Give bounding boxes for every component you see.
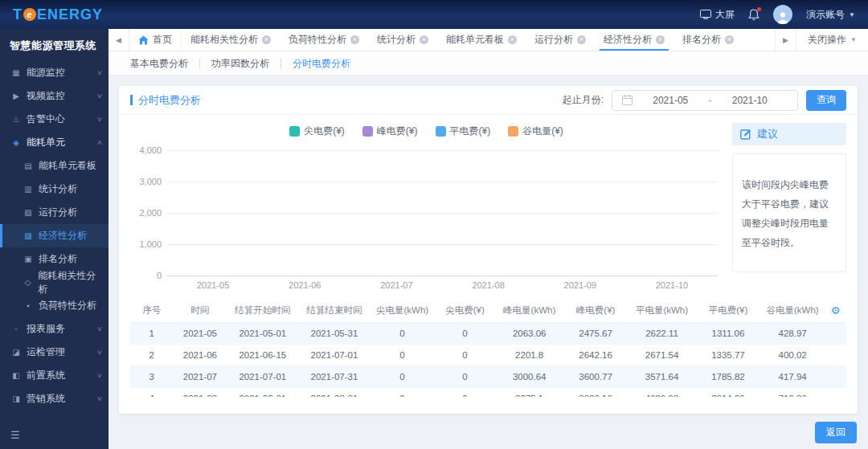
app-window: TeENERGY 大屏 演示账号 ▼ 智慧能源管理系统 ▦能源 [0,0,868,449]
tab-ranking[interactable]: 排名分析× [674,29,743,51]
sidebar-item-ranking-analysis[interactable]: ▣排名分析 [0,247,108,271]
sidebar-item-marketing-system[interactable]: ◨营销系统∨ [0,387,108,410]
sidebar-item-energy-unit[interactable]: ◈能耗单元∧ [0,131,108,154]
col-header: 序号 [130,300,173,322]
table-cell: 0 [370,387,434,397]
x-tick: 2021-08 [443,280,534,290]
table-cell: 0 [370,344,434,365]
tab-unit-board[interactable]: 能耗单元看板× [437,29,526,51]
table-cell: 400.02 [760,344,825,365]
monitor-icon [700,10,711,19]
table-cell: 2014.99 [696,387,760,397]
table-row[interactable]: 42021-082021-08-012021-08-31003275.13920… [130,387,846,397]
month-range-picker[interactable]: 2021-05 - 2021-10 [612,90,798,111]
sidebar-menu: ▦能源监控∨ ▶视频监控∨ ♨告警中心∨ ◈能耗单元∧ ▤能耗单元看板 ▥统计分… [0,61,108,429]
table-cell: 4 [130,387,173,397]
notification-bell-button[interactable] [748,9,760,21]
energy-monitor-icon: ▦ [10,68,22,77]
tab-load-characteristic[interactable]: 负荷特性分析× [280,29,368,51]
table-cell: 3571.64 [628,365,696,387]
tabs-scroll-right-button[interactable]: ▶ [775,29,796,51]
close-icon[interactable]: × [350,35,359,44]
table-cell: 2021-07 [173,365,227,387]
table-cell: 0 [435,322,496,344]
y-tick: 1,000 [139,239,162,249]
legend-item-sharp-fee[interactable]: 尖电费(¥) [289,124,345,138]
chart-section: 尖电费(¥) 峰电费(¥) 平电费(¥) 谷电量(¥) [119,115,858,290]
table-row[interactable]: 12021-052021-05-012021-05-31002063.06247… [130,322,846,344]
sidebar: 智慧能源管理系统 ▦能源监控∨ ▶视频监控∨ ♨告警中心∨ ◈能耗单元∧ ▤能耗… [0,29,108,449]
legend-item-peak-fee[interactable]: 峰电费(¥) [362,124,418,138]
close-icon[interactable]: × [725,35,734,44]
subtab-basic-fee[interactable]: 基本电费分析 [119,58,199,69]
table-cell: 2021-07-01 [227,365,298,387]
tab-energy-correlation[interactable]: 能耗相关性分析× [182,29,280,51]
close-icon[interactable]: × [656,35,665,44]
sidebar-item-energy-monitor[interactable]: ▦能源监控∨ [0,61,108,84]
chevron-down-icon: ▼ [850,36,857,43]
sidebar-item-load-analysis[interactable]: ▪负荷特性分析 [0,294,108,317]
table-cell: 428.97 [760,322,825,344]
chevron-down-icon: ∨ [96,69,103,76]
title-accent-bar [130,95,133,105]
legend-item-valley[interactable]: 谷电量(¥) [508,124,563,138]
col-header: 尖电费(¥) [435,300,496,322]
chart-legend: 尖电费(¥) 峰电费(¥) 平电费(¥) 谷电量(¥) [130,123,723,139]
close-icon[interactable]: × [420,35,428,44]
tabs-scroll-left-button[interactable]: ◀ [108,29,129,51]
x-axis-labels: 2021-05 2021-06 2021-07 2021-08 2021-09 … [167,280,718,290]
tab-label: 能耗相关性分析 [190,33,258,47]
table-row[interactable]: 32021-072021-07-012021-07-31003000.64360… [130,365,846,387]
statistics-icon: ▥ [23,185,34,194]
content-area: 分时电费分析 起止月份: 2021-05 - 2021-10 查询 [108,76,868,449]
close-operations-dropdown[interactable]: 关闭操作 ▼ [796,29,868,51]
account-menu[interactable]: 演示账号 ▼ [806,8,855,22]
sidebar-item-maintenance[interactable]: ◪运检管理∨ [0,341,108,364]
query-button[interactable]: 查询 [806,90,846,111]
query-controls: 起止月份: 2021-05 - 2021-10 查询 [563,90,846,111]
user-avatar[interactable] [773,5,792,24]
tab-home[interactable]: 首页 [129,29,182,51]
legend-swatch [289,126,300,137]
sidebar-item-economic-analysis[interactable]: ▨经济性分析 [0,224,108,247]
close-icon[interactable]: × [577,35,586,44]
chevron-down-icon: ∨ [96,325,103,333]
sidebar-app-title: 智慧能源管理系统 [0,29,108,61]
maintenance-icon: ◪ [10,348,22,357]
tab-operation[interactable]: 运行分析× [526,29,595,51]
table-cell: 2021-08-31 [298,387,370,397]
tab-economic[interactable]: 经济性分析× [595,29,674,51]
large-screen-button[interactable]: 大屏 [700,8,735,22]
sidebar-item-alarm-center[interactable]: ♨告警中心∨ [0,108,108,131]
front-system-icon: ◧ [10,371,22,380]
legend-item-flat-fee[interactable]: 平电费(¥) [436,124,491,138]
sidebar-item-unit-board[interactable]: ▤能耗单元看板 [0,154,108,178]
sidebar-item-video-monitor[interactable]: ▶视频监控∨ [0,84,108,108]
sidebar-item-statistic-analysis[interactable]: ▥统计分析 [0,178,108,201]
table-cell: 2642.16 [563,344,628,365]
close-icon[interactable]: × [262,35,271,44]
table-cell: 2021-08-01 [227,387,298,397]
sidebar-collapse-button[interactable]: ☰ [0,429,108,449]
notification-dot [757,7,761,11]
sidebar-item-correlation-analysis[interactable]: ◇能耗相关性分析 [0,271,108,294]
sidebar-item-front-system[interactable]: ◧前置系统∨ [0,364,108,387]
shield-icon: ◇ [23,278,33,287]
y-tick: 2,000 [139,208,162,218]
subtab-tou-fee[interactable]: 分时电费分析 [280,58,362,69]
home-icon [138,35,149,45]
tab-statistics[interactable]: 统计分析× [368,29,437,51]
table-row[interactable]: 22021-062021-06-152021-07-01002201.82642… [130,344,846,365]
back-button[interactable]: 返回 [815,422,857,443]
sidebar-item-operation-analysis[interactable]: ▧运行分析 [0,201,108,224]
sidebar-item-report-service[interactable]: ▫报表服务∨ [0,317,108,341]
section-title: 分时电费分析 [130,93,201,108]
person-icon [776,10,790,24]
close-icon[interactable]: × [508,35,517,44]
table-cell: 4029.98 [628,387,696,397]
tou-fee-table: 序号 时间 结算开始时间 结算结束时间 尖电量(kWh) 尖电费(¥) 峰电量(… [130,300,846,397]
table-cell: 1335.77 [696,344,760,365]
subtab-power-factor[interactable]: 功率因数分析 [199,58,280,69]
table-cell: 417.94 [760,365,825,387]
table-settings-gear-icon[interactable]: ⚙ [831,304,841,316]
